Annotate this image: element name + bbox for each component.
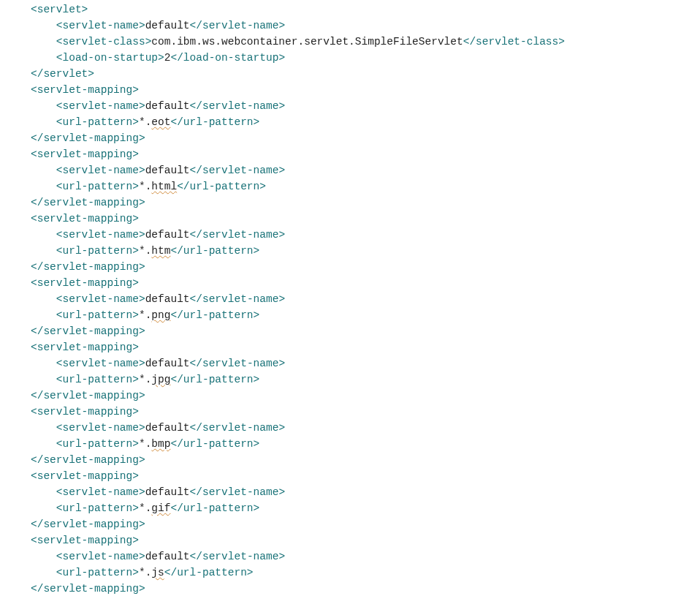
tag-url-pattern-close: </url-pattern> <box>170 309 259 321</box>
text-default: default <box>145 293 190 305</box>
tag-servlet-name-close: </servlet-name> <box>190 229 286 241</box>
tag-servlet-name-close: </servlet-name> <box>190 100 286 112</box>
tag-servlet-mapping-close: </servlet-mapping> <box>31 390 145 401</box>
text-star-dot: *. <box>139 438 151 450</box>
tag-url-pattern-open: <url-pattern> <box>56 309 139 321</box>
text-default: default <box>145 165 190 176</box>
tag-servlet-name-close: </servlet-name> <box>190 551 286 562</box>
tag-url-pattern-open: <url-pattern> <box>56 116 139 128</box>
text-jpg: jpg <box>151 374 170 385</box>
text-star-dot: *. <box>139 502 151 514</box>
text-default: default <box>145 486 190 498</box>
tag-url-pattern-open: <url-pattern> <box>56 245 139 257</box>
tag-servlet-class-open: <servlet-class> <box>56 36 152 48</box>
tag-url-pattern-close: </url-pattern> <box>170 116 259 128</box>
tag-servlet-mapping-close: </servlet-mapping> <box>31 454 145 466</box>
tag-servlet-mapping-open: <servlet-mapping> <box>31 84 139 96</box>
tag-servlet-mapping-close: </servlet-mapping> <box>31 197 145 208</box>
tag-url-pattern-open: <url-pattern> <box>56 181 139 192</box>
text-default: default <box>145 551 190 562</box>
text-default: default <box>145 358 190 369</box>
tag-url-pattern-open: <url-pattern> <box>56 438 139 450</box>
tag-servlet-mapping-open: <servlet-mapping> <box>31 406 139 418</box>
text-js: js <box>151 567 164 578</box>
text-star-dot: *. <box>139 567 151 578</box>
tag-servlet-mapping-open: <servlet-mapping> <box>31 277 139 289</box>
tag-servlet-name-open: <servlet-name> <box>56 551 145 562</box>
text-default: default <box>145 20 190 31</box>
tag-url-pattern-open: <url-pattern> <box>56 567 139 578</box>
tag-servlet-mapping-close: </servlet-mapping> <box>31 518 145 530</box>
tag-servlet-name-open: <servlet-name> <box>56 229 145 241</box>
text-default: default <box>145 229 190 241</box>
tag-servlet-mapping-open: <servlet-mapping> <box>31 535 139 546</box>
text-star-dot: *. <box>139 374 151 385</box>
tag-url-pattern-open: <url-pattern> <box>56 374 139 385</box>
tag-url-pattern-close: </url-pattern> <box>170 502 259 514</box>
tag-url-pattern-close: </url-pattern> <box>170 438 259 450</box>
tag-servlet-mapping-open: <servlet-mapping> <box>31 342 139 353</box>
tag-servlet-mapping-close: </servlet-mapping> <box>31 325 145 337</box>
text-html: html <box>151 181 177 192</box>
tag-servlet-name-open: <servlet-name> <box>56 293 145 305</box>
tag-servlet-mapping-open: <servlet-mapping> <box>31 213 139 225</box>
tag-servlet-name-close: </servlet-name> <box>190 486 286 498</box>
tag-load-startup-open: <load-on-startup> <box>56 52 164 64</box>
tag-servlet-open: <servlet> <box>31 4 88 15</box>
text-default: default <box>145 422 190 434</box>
tag-url-pattern-close: </url-pattern> <box>170 245 259 257</box>
tag-servlet-name-open: <servlet-name> <box>56 358 145 369</box>
text-star-dot: *. <box>139 116 151 128</box>
text-star-dot: *. <box>139 245 151 257</box>
xml-code-block: <servlet> <servlet-name>default</servlet… <box>0 0 700 596</box>
tag-servlet-mapping-close: </servlet-mapping> <box>31 583 145 595</box>
text-bmp: bmp <box>151 438 170 450</box>
tag-url-pattern-close: </url-pattern> <box>177 181 266 192</box>
tag-servlet-mapping-open: <servlet-mapping> <box>31 148 139 160</box>
text-star-dot: *. <box>139 181 151 192</box>
tag-servlet-name-close: </servlet-name> <box>190 165 286 176</box>
text-gif: gif <box>151 502 170 514</box>
tag-servlet-name-open: <servlet-name> <box>56 100 145 112</box>
text-eot: eot <box>151 116 170 128</box>
tag-load-startup-close: </load-on-startup> <box>170 52 285 64</box>
tag-servlet-name-open: <servlet-name> <box>56 165 145 176</box>
tag-servlet-name-close: </servlet-name> <box>190 358 286 369</box>
tag-servlet-name-close: </servlet-name> <box>190 20 286 31</box>
tag-servlet-close: </servlet> <box>31 68 94 80</box>
text-htm: htm <box>151 245 170 257</box>
text-star-dot: *. <box>139 309 151 321</box>
tag-url-pattern-close: </url-pattern> <box>164 567 254 578</box>
tag-servlet-name-open: <servlet-name> <box>56 20 145 31</box>
tag-servlet-name-close: </servlet-name> <box>190 293 286 305</box>
tag-url-pattern-open: <url-pattern> <box>56 502 139 514</box>
tag-servlet-name-close: </servlet-name> <box>190 422 286 434</box>
text-default: default <box>145 100 190 112</box>
tag-url-pattern-close: </url-pattern> <box>170 374 259 385</box>
tag-servlet-name-open: <servlet-name> <box>56 422 145 434</box>
text-servlet-class: com.ibm.ws.webcontainer.servlet.SimpleFi… <box>151 36 463 48</box>
tag-servlet-mapping-close: </servlet-mapping> <box>31 261 145 273</box>
tag-servlet-name-open: <servlet-name> <box>56 486 145 498</box>
tag-servlet-class-close: </servlet-class> <box>463 36 565 48</box>
tag-servlet-mapping-open: <servlet-mapping> <box>31 470 139 482</box>
tag-servlet-mapping-close: </servlet-mapping> <box>31 132 145 144</box>
text-png: png <box>151 309 170 321</box>
